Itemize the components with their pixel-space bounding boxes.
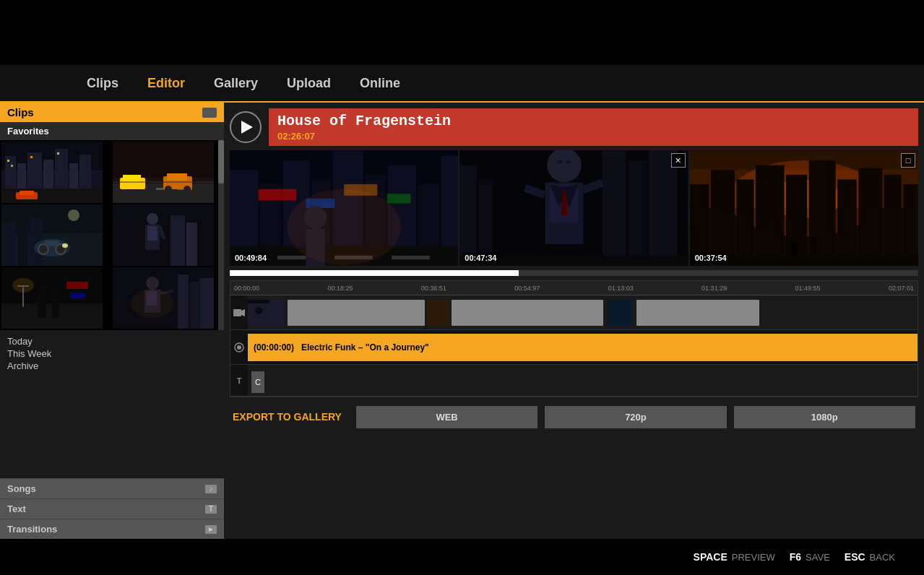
svg-point-30 <box>68 209 79 221</box>
audio-track-content[interactable]: (00:00:00) Electric Funk – "On a Journey… <box>248 330 917 364</box>
export-web-button[interactable]: WEB <box>356 406 537 428</box>
audio-label: Electric Funk – "On a Journey" <box>301 342 429 353</box>
svg-marker-129 <box>241 309 245 316</box>
svg-rect-58 <box>70 293 85 298</box>
nav-clips[interactable]: Clips <box>87 76 118 91</box>
svg-rect-10 <box>11 165 13 167</box>
text-track-content[interactable]: C <box>248 365 917 396</box>
preview-clip-1[interactable]: 00:49:84 <box>230 150 458 266</box>
main-content: Clips Favorites <box>0 103 924 539</box>
text-track-block: C <box>251 371 264 393</box>
editor-panel: House of Fragenstein 02:26:07 <box>224 103 924 539</box>
svg-rect-133 <box>427 300 449 326</box>
svg-point-64 <box>146 277 159 290</box>
clip3-timestamp: 00:37:54 <box>693 253 729 263</box>
text-icon: T <box>205 505 217 514</box>
svg-rect-37 <box>45 241 59 246</box>
svg-rect-130 <box>248 300 284 326</box>
title-bar: House of Fragenstein 02:26:07 <box>230 108 918 146</box>
camera-icon[interactable] <box>202 108 217 118</box>
play-button[interactable] <box>230 111 262 143</box>
preview-clip-2[interactable]: ✕ 00:47:34 <box>459 150 688 266</box>
svg-point-24 <box>183 186 191 193</box>
nav-gallery[interactable]: Gallery <box>214 76 258 91</box>
svg-rect-115 <box>736 179 754 266</box>
favorites-label: Favorites <box>0 122 224 140</box>
svg-rect-79 <box>259 189 297 201</box>
export-bar: EXPORT TO GALLERY WEB 720p 1080p <box>230 402 918 432</box>
transitions-icon: ► <box>205 525 217 534</box>
export-720p-button[interactable]: 720p <box>545 406 726 428</box>
clip2-delete[interactable]: ✕ <box>671 153 686 168</box>
preview-clip-3[interactable]: □ 00:37:54 <box>690 150 918 266</box>
project-title: House of Fragenstein <box>277 113 910 129</box>
text-section[interactable]: Text T <box>0 498 224 519</box>
nav-editor[interactable]: Editor <box>147 76 185 91</box>
svg-rect-41 <box>113 219 214 266</box>
timeline-clip-2[interactable] <box>452 300 603 326</box>
shortcut-space-key: SPACE <box>694 551 727 563</box>
title-box: House of Fragenstein 02:26:07 <box>269 108 918 146</box>
ruler-mark-3: 00:54:97 <box>514 285 540 292</box>
shortcut-space-label: PREVIEW <box>732 552 775 563</box>
svg-point-123 <box>790 238 798 246</box>
svg-rect-22 <box>167 173 187 181</box>
transitions-section[interactable]: Transitions ► <box>0 519 224 539</box>
export-1080p-button[interactable]: 1080p <box>734 406 915 428</box>
svg-rect-26 <box>123 175 141 182</box>
svg-rect-62 <box>190 282 199 329</box>
svg-point-56 <box>52 289 59 296</box>
timeline-ruler: 00:00:00 00:18:25 00:36:51 00:54:97 01:1… <box>230 281 917 295</box>
shortcut-f6-key: F6 <box>790 551 801 563</box>
export-label: EXPORT TO GALLERY <box>233 411 342 423</box>
timeline-clip-1[interactable] <box>288 300 425 326</box>
audio-track-icon <box>230 342 248 353</box>
clip-thumb-4[interactable] <box>113 204 214 266</box>
filter-this-week[interactable]: This Week <box>7 348 217 359</box>
shortcut-esc-key: ESC <box>845 551 865 563</box>
svg-point-89 <box>287 189 401 265</box>
timeline-clip-3[interactable] <box>636 300 759 326</box>
svg-rect-121 <box>884 175 902 266</box>
ruler-mark-5: 01:31:29 <box>701 285 727 292</box>
ruler-mark-4: 01:13:03 <box>608 285 634 292</box>
svg-rect-46 <box>147 226 157 241</box>
svg-rect-119 <box>837 179 856 266</box>
svg-point-125 <box>811 235 816 241</box>
clip1-timestamp: 00:49:84 <box>233 253 269 263</box>
video-preview: 00:49:84 <box>230 150 918 266</box>
svg-rect-128 <box>233 309 241 316</box>
svg-point-44 <box>147 213 158 225</box>
clip-thumb-5[interactable] <box>1 267 103 329</box>
shortcut-f6: F6 SAVE <box>790 551 830 563</box>
video-track-row <box>230 295 917 330</box>
clip-thumb-6[interactable] <box>113 267 214 329</box>
project-duration: 02:26:07 <box>277 131 910 142</box>
video-track-content[interactable] <box>248 295 917 329</box>
clip-thumb-2[interactable] <box>113 142 214 203</box>
svg-rect-132 <box>248 300 269 303</box>
clip-thumb-1[interactable] <box>1 142 103 203</box>
sidebar-title: Clips <box>7 106 34 118</box>
sidebar-sections: Songs ♪ Text T Transitions ► <box>0 478 224 539</box>
main-nav: Clips Editor Gallery Upload Online <box>0 65 924 103</box>
svg-rect-12 <box>57 152 59 155</box>
svg-rect-51 <box>22 285 24 307</box>
filter-archive[interactable]: Archive <box>7 360 217 371</box>
clip-thumb-3[interactable] <box>1 204 103 266</box>
nav-online[interactable]: Online <box>360 76 400 91</box>
filter-today[interactable]: Today <box>7 336 217 347</box>
svg-rect-86 <box>392 256 430 259</box>
svg-rect-91 <box>603 151 626 266</box>
svg-rect-11 <box>30 156 33 158</box>
audio-track-row: (00:00:00) Electric Funk – "On a Journey… <box>230 330 917 365</box>
text-track-row: T C <box>230 365 917 397</box>
nav-upload[interactable]: Upload <box>287 76 331 91</box>
filter-links: Today This Week Archive <box>0 330 224 377</box>
progress-bar[interactable] <box>230 270 918 276</box>
clip3-delete[interactable]: □ <box>901 153 915 168</box>
clips-scrollbar[interactable] <box>218 140 224 330</box>
timeline-area: 00:00:00 00:18:25 00:36:51 00:54:97 01:1… <box>230 280 918 397</box>
svg-rect-104 <box>558 160 563 163</box>
songs-section[interactable]: Songs ♪ <box>0 478 224 498</box>
